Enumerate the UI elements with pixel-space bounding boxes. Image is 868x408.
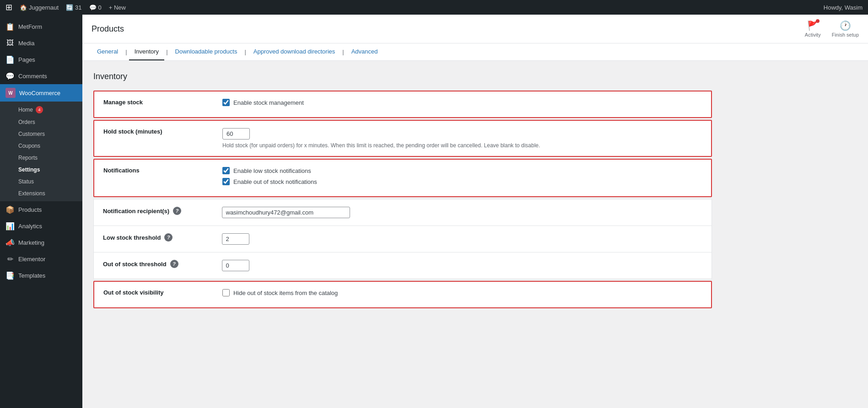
- sidebar-item-pages[interactable]: 📄 Pages: [0, 51, 82, 68]
- low-stock-threshold-field: [213, 226, 712, 252]
- hide-out-of-stock-row: Hide out of stock items from the catalog: [222, 289, 702, 296]
- hold-stock-row: Hold stock (minutes) Hold stock (for unp…: [94, 121, 711, 156]
- updates-item[interactable]: 🔄 31: [66, 4, 81, 11]
- tab-general[interactable]: General: [92, 43, 124, 60]
- tab-inventory[interactable]: Inventory: [129, 43, 164, 60]
- sidebar-item-marketing[interactable]: 📣 Marketing: [0, 234, 82, 251]
- notification-recipients-label: Notification recipient(s) ?: [94, 199, 213, 226]
- admin-bar: ⊞ 🏠 Juggernaut 🔄 31 💬 0 + New Howdy, Was…: [0, 0, 868, 15]
- out-of-stock-notifications-label[interactable]: Enable out of stock notifications: [233, 178, 317, 185]
- sidebar-label-comments: Comments: [18, 73, 47, 80]
- home-badge: 4: [36, 106, 43, 113]
- sidebar-item-products[interactable]: 📦 Products: [0, 201, 82, 218]
- hold-stock-input[interactable]: [222, 128, 250, 140]
- low-stock-threshold-row: Low stock threshold ?: [94, 226, 712, 252]
- submenu-item-extensions[interactable]: Extensions: [0, 188, 82, 199]
- out-of-stock-threshold-help-icon[interactable]: ?: [170, 260, 178, 268]
- out-of-stock-visibility-section: Out of stock visibility Hide out of stoc…: [93, 281, 712, 308]
- sidebar-label-analytics: Analytics: [18, 223, 42, 230]
- comments-nav-icon: 💬: [5, 71, 15, 81]
- low-stock-threshold-input[interactable]: [222, 233, 249, 245]
- submenu-item-customers[interactable]: Customers: [0, 128, 82, 140]
- notification-recipients-field: [213, 199, 712, 226]
- flag-icon: 🚩: [807, 20, 819, 31]
- hide-out-of-stock-label[interactable]: Hide out of stock items from the catalog: [233, 290, 338, 296]
- enable-stock-management-label[interactable]: Enable stock management: [233, 99, 304, 106]
- submenu-item-orders[interactable]: Orders: [0, 116, 82, 128]
- submenu-item-reports[interactable]: Reports: [0, 152, 82, 164]
- sidebar-item-elementor[interactable]: ✏ Elementor: [0, 251, 82, 267]
- sidebar-label-elementor: Elementor: [18, 256, 45, 263]
- notifications-label: Notifications: [94, 160, 213, 196]
- submenu-item-coupons[interactable]: Coupons: [0, 140, 82, 152]
- out-of-stock-visibility-table: Out of stock visibility Hide out of stoc…: [94, 282, 711, 307]
- hold-stock-section: Hold stock (minutes) Hold stock (for unp…: [93, 120, 712, 157]
- submenu-label-extensions: Extensions: [18, 190, 45, 197]
- activity-dot: [816, 19, 819, 23]
- low-stock-threshold-label: Low stock threshold ?: [94, 226, 213, 252]
- notification-recipients-input[interactable]: [222, 207, 350, 218]
- submenu-label-orders: Orders: [18, 119, 35, 125]
- howdy-text: Howdy, Wasim: [824, 4, 863, 11]
- sidebar-item-templates[interactable]: 📑 Templates: [0, 267, 82, 284]
- activity-button[interactable]: 🚩 Activity: [805, 20, 821, 38]
- page-header: Products 🚩 Activity 🕐 Finish setup: [82, 15, 868, 43]
- main-content: Products 🚩 Activity 🕐 Finish setup Gener…: [82, 15, 868, 408]
- notification-recipients-row: Notification recipient(s) ?: [94, 199, 712, 226]
- comments-item[interactable]: 💬 0: [89, 4, 102, 11]
- metform-icon: 📋: [5, 22, 15, 31]
- sidebar-label-pages: Pages: [18, 56, 35, 63]
- page-title: Products: [92, 24, 124, 34]
- out-of-stock-notifications-checkbox[interactable]: [222, 178, 230, 185]
- tab-approved[interactable]: Approved download directories: [248, 43, 341, 60]
- submenu-label-settings: Settings: [18, 166, 40, 173]
- regular-settings-section: Notification recipient(s) ? Low stock th…: [93, 199, 712, 279]
- submenu-label-home: Home: [18, 107, 33, 113]
- elementor-icon: ✏: [5, 254, 15, 263]
- sidebar-item-comments[interactable]: 💬 Comments: [0, 68, 82, 84]
- sidebar-item-analytics[interactable]: 📊 Analytics: [0, 218, 82, 234]
- hold-stock-label: Hold stock (minutes): [94, 121, 213, 156]
- out-of-stock-threshold-input[interactable]: [222, 260, 249, 271]
- low-stock-notif-row: Enable low stock notifications: [222, 167, 702, 174]
- manage-stock-highlighted: Manage stock Enable stock management: [93, 91, 712, 118]
- submenu-label-reports: Reports: [18, 155, 38, 161]
- marketing-icon: 📣: [5, 238, 15, 247]
- analytics-icon: 📊: [5, 221, 15, 231]
- comments-icon: 💬: [89, 4, 97, 11]
- product-tabs: General | Inventory | Downloadable produ…: [82, 43, 868, 61]
- out-of-stock-threshold-row: Out of stock threshold ?: [94, 252, 712, 279]
- tab-advanced[interactable]: Advanced: [346, 43, 383, 60]
- notifications-row: Notifications Enable low stock notificat…: [94, 160, 711, 196]
- wp-logo-icon[interactable]: ⊞: [5, 2, 12, 12]
- home-icon: 🏠: [20, 4, 27, 11]
- enable-stock-management-checkbox[interactable]: [222, 99, 230, 106]
- notifications-section: Notifications Enable low stock notificat…: [93, 159, 712, 197]
- submenu-item-home[interactable]: Home 4: [0, 103, 82, 116]
- sidebar-item-metform[interactable]: 📋 MetForm: [0, 18, 82, 35]
- hide-out-of-stock-checkbox[interactable]: [222, 289, 230, 296]
- submenu-item-settings[interactable]: Settings: [0, 164, 82, 176]
- site-name-item[interactable]: 🏠 Juggernaut: [20, 4, 59, 11]
- tab-downloadable[interactable]: Downloadable products: [170, 43, 243, 60]
- header-actions: 🚩 Activity 🕐 Finish setup: [805, 20, 859, 38]
- enable-stock-mgmt-row: Enable stock management: [222, 99, 702, 106]
- sidebar-label-metform: MetForm: [18, 23, 42, 30]
- clock-icon: 🕐: [840, 20, 851, 31]
- sidebar-item-woocommerce[interactable]: W WooCommerce: [0, 84, 82, 102]
- low-stock-threshold-help-icon[interactable]: ?: [164, 233, 173, 242]
- submenu-item-status[interactable]: Status: [0, 176, 82, 188]
- out-of-stock-notif-row: Enable out of stock notifications: [222, 178, 702, 185]
- low-stock-notifications-checkbox[interactable]: [222, 167, 230, 174]
- sidebar-item-media[interactable]: 🖼 Media: [0, 35, 82, 51]
- pages-icon: 📄: [5, 55, 15, 64]
- admin-sidebar: 📋 MetForm 🖼 Media 📄 Pages 💬 Comments W W…: [0, 15, 82, 408]
- low-stock-notifications-label[interactable]: Enable low stock notifications: [233, 167, 311, 174]
- finish-setup-button[interactable]: 🕐 Finish setup: [832, 20, 859, 38]
- manage-stock-table: Manage stock Enable stock management: [94, 91, 711, 117]
- submenu-label-status: Status: [18, 178, 34, 185]
- media-icon: 🖼: [5, 38, 15, 48]
- new-content-item[interactable]: + New: [109, 4, 126, 11]
- notifications-field: Enable low stock notifications Enable ou…: [213, 160, 711, 196]
- notification-recipients-help-icon[interactable]: ?: [173, 207, 181, 215]
